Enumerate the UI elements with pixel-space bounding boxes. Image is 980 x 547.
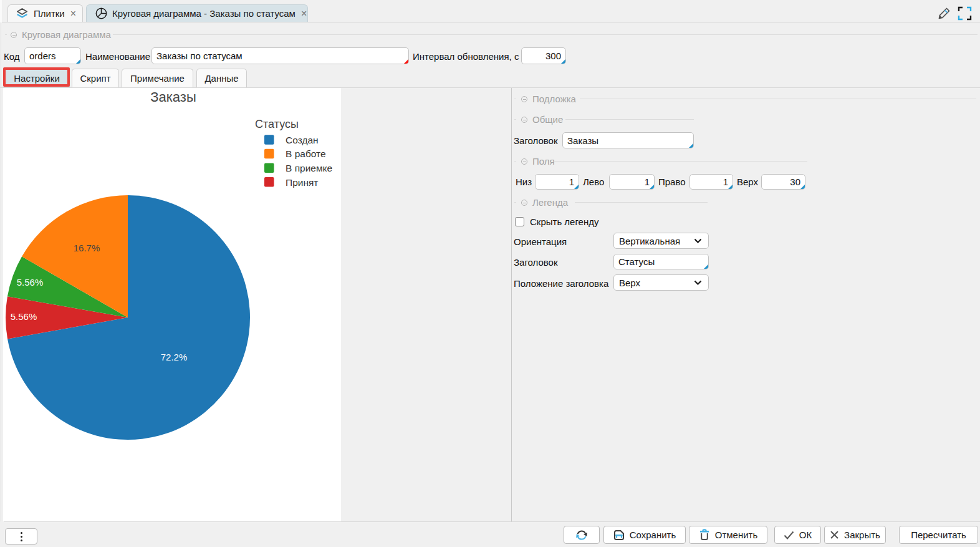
svg-text:5.56%: 5.56% [11, 311, 37, 322]
svg-text:Принят: Принят [286, 177, 318, 188]
svg-text:5.56%: 5.56% [17, 277, 44, 288]
svg-text:В приемке: В приемке [286, 163, 332, 173]
svg-text:16.7%: 16.7% [74, 243, 100, 253]
svg-text:В работе: В работе [286, 148, 326, 159]
svg-text:Заказы: Заказы [150, 89, 196, 105]
svg-text:Создан: Создан [286, 135, 319, 145]
svg-text:Статусы: Статусы [255, 118, 299, 130]
svg-text:72.2%: 72.2% [161, 352, 188, 362]
